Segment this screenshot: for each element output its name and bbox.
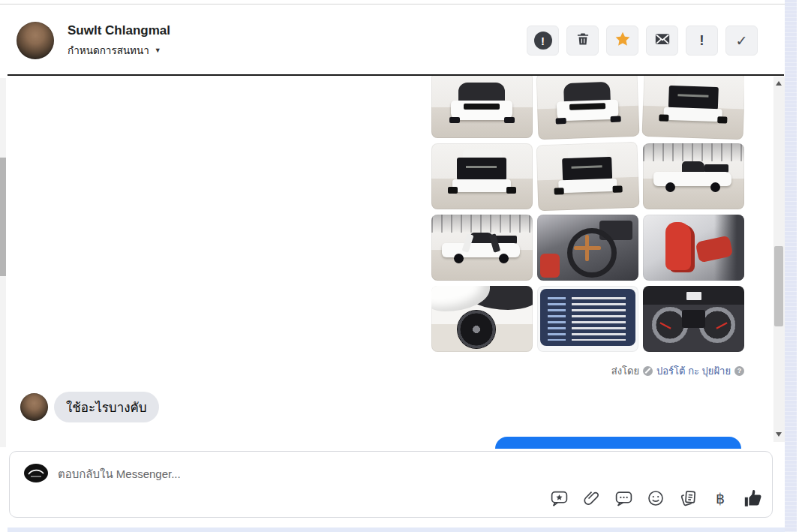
left-scrollbar-thumb[interactable]	[0, 158, 6, 276]
sent-by-label: ส่งโดย	[611, 363, 639, 379]
emoji-icon[interactable]	[645, 488, 666, 509]
exclamation-icon: !	[699, 32, 704, 49]
chevron-down-icon: ▼	[155, 47, 161, 54]
page-background-strip-bottom	[8, 527, 785, 532]
user-avatar[interactable]	[17, 22, 54, 59]
page-name-link[interactable]: ปอร์โต้ กะ ปุยฝ้าย	[656, 363, 731, 379]
conversation-header: Suwlt Chlangmal กำหนดการสนทนา ▼ ! ! ✓	[8, 5, 784, 74]
conversation-actions: ! ! ✓	[527, 26, 758, 56]
chat-scrollbar-thumb[interactable]	[774, 246, 783, 326]
composer-tools: ฿	[548, 488, 763, 509]
page-logo-avatar	[23, 463, 49, 483]
photo-spec-sheet[interactable]	[537, 286, 638, 352]
incoming-message-text: ใช้อะไรบางคับ	[66, 397, 147, 417]
reply-input[interactable]	[56, 462, 479, 485]
photo-interior-racing-seats[interactable]	[643, 215, 744, 281]
payment-baht-icon[interactable]: ฿	[710, 488, 731, 509]
check-icon: ✓	[736, 32, 748, 50]
outgoing-message-bubble-clipped	[495, 437, 741, 449]
conversation-schedule-dropdown[interactable]: กำหนดการสนทนา ▼	[68, 42, 161, 59]
photo-truck-rear-quarter[interactable]	[642, 76, 744, 140]
left-scrollbar-track[interactable]	[0, 78, 6, 447]
trash-icon	[575, 32, 590, 50]
photo-wheel-closeup[interactable]	[431, 286, 533, 352]
sticker-icon[interactable]	[548, 488, 569, 509]
page-background-strip-right	[785, 0, 797, 532]
saved-replies-icon[interactable]	[677, 488, 698, 509]
sent-by-attribution: ส่งโดย ปอร์โต้ กะ ปุยฝ้าย ?	[611, 364, 744, 377]
delete-button[interactable]	[566, 26, 599, 56]
report-button[interactable]: !	[527, 26, 559, 56]
photo-truck-front-quarter[interactable]	[536, 76, 640, 140]
photo-truck-rear[interactable]	[431, 143, 533, 209]
chat-scrollbar-track[interactable]	[773, 77, 785, 442]
thumbs-up-icon[interactable]	[742, 488, 763, 509]
star-button[interactable]	[606, 26, 638, 56]
mail-icon	[654, 31, 671, 50]
photo-truck-side-doors-open[interactable]	[431, 215, 533, 281]
photo-truck-rear-quarter-2[interactable]	[536, 142, 640, 212]
mark-done-button[interactable]: ✓	[725, 26, 758, 56]
mark-unread-button[interactable]	[646, 26, 678, 56]
help-icon[interactable]: ?	[734, 366, 744, 376]
incoming-message-bubble: ใช้อะไรบางคับ	[54, 392, 159, 422]
photo-dashboard-gauges[interactable]	[643, 286, 744, 352]
conversation-schedule-label: กำหนดการสนทนา	[68, 42, 149, 59]
message-sender-avatar[interactable]	[20, 393, 48, 421]
comment-dots-icon[interactable]	[613, 488, 634, 509]
photo-truck-side[interactable]	[643, 143, 744, 209]
paperclip-icon[interactable]	[581, 488, 602, 509]
admin-badge-icon	[643, 366, 653, 376]
mark-important-button[interactable]: !	[686, 26, 718, 56]
reply-composer: ฿	[9, 451, 773, 518]
photo-attachment-grid	[431, 76, 744, 353]
scroll-down-arrow[interactable]	[776, 432, 782, 437]
photo-truck-front[interactable]	[431, 76, 533, 138]
scroll-up-arrow[interactable]	[776, 81, 782, 86]
user-name: Suwlt Chlangmal	[68, 23, 170, 38]
photo-interior-steering-wheel[interactable]	[537, 215, 638, 281]
circle-exclamation-icon: !	[534, 32, 552, 50]
star-icon	[614, 31, 631, 50]
